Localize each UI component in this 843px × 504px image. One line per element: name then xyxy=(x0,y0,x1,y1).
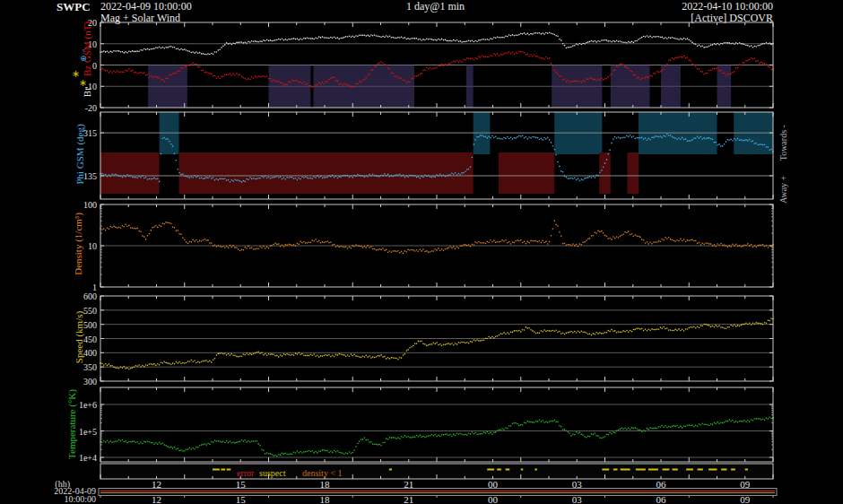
temperature-point xyxy=(214,439,216,441)
density-point xyxy=(286,245,288,247)
speed-point xyxy=(700,325,702,326)
density-point xyxy=(111,227,113,229)
density-point xyxy=(441,248,443,250)
density-point xyxy=(639,237,641,239)
bz-point xyxy=(174,73,176,74)
bz-point xyxy=(597,78,599,80)
speed-point xyxy=(688,327,690,329)
temperature-point xyxy=(222,441,224,443)
phi-point xyxy=(111,174,113,176)
phi-point xyxy=(126,174,128,176)
phi-point xyxy=(433,176,435,178)
density-point xyxy=(476,242,478,244)
density-point xyxy=(203,239,204,241)
bt-point xyxy=(515,34,517,36)
sector-direction-label: Away + Towards - xyxy=(778,125,788,204)
density-point xyxy=(374,248,376,250)
suspect-mark xyxy=(721,469,726,471)
phi-point xyxy=(174,153,176,155)
speed-point xyxy=(184,362,186,364)
density-point xyxy=(157,227,159,229)
temperature-point xyxy=(130,441,132,443)
density-point xyxy=(487,241,489,243)
temperature-point xyxy=(474,433,475,435)
phi-point xyxy=(614,136,616,138)
speed-point xyxy=(161,361,162,363)
bz-point xyxy=(162,79,164,81)
bz-point xyxy=(589,77,591,79)
density-point xyxy=(244,247,246,248)
temperature-point xyxy=(499,429,500,430)
bt-point xyxy=(135,51,137,53)
density-point xyxy=(228,247,230,248)
density-point xyxy=(503,240,505,242)
density-point xyxy=(562,243,564,245)
density-point xyxy=(582,241,584,243)
density-point xyxy=(433,250,435,252)
temperature-point xyxy=(497,430,499,432)
bt-point xyxy=(300,39,301,40)
phi-point xyxy=(218,179,220,181)
speed-point xyxy=(434,343,436,345)
phi-point xyxy=(189,178,191,179)
bt-point xyxy=(512,34,514,36)
speed-point xyxy=(138,364,140,366)
phi-point xyxy=(259,178,261,179)
bt-point xyxy=(769,42,770,44)
temperature-point xyxy=(718,422,720,424)
density-point xyxy=(749,245,751,247)
density-point xyxy=(426,250,428,252)
temperature-point xyxy=(705,424,707,426)
temperature-point xyxy=(476,434,478,436)
bt-point xyxy=(545,32,547,34)
temperature-point xyxy=(219,440,221,442)
density-point xyxy=(649,241,651,243)
phi-point xyxy=(599,172,601,174)
temperature-point xyxy=(332,452,334,454)
temperature-point xyxy=(443,434,445,436)
bz-point xyxy=(754,57,756,59)
bz-point xyxy=(661,70,663,72)
density-point xyxy=(603,232,604,234)
speed-point xyxy=(630,330,631,332)
speed-point xyxy=(762,324,764,326)
bz-point xyxy=(384,64,386,65)
speed-point xyxy=(105,363,107,365)
bt-point xyxy=(338,39,340,40)
temperature-point xyxy=(197,447,199,448)
density-point xyxy=(764,246,766,248)
bz-point xyxy=(569,82,570,83)
bt-point xyxy=(491,39,493,40)
temperature-trace xyxy=(100,416,774,456)
speed-point xyxy=(710,326,712,328)
temperature-point xyxy=(433,435,435,437)
density-point xyxy=(745,245,747,247)
phi-point xyxy=(236,179,238,181)
density-point xyxy=(510,243,512,245)
density-point xyxy=(352,245,353,247)
bt-point xyxy=(256,41,258,43)
bz-point xyxy=(614,69,616,71)
bt-point xyxy=(701,46,703,48)
phi-point xyxy=(257,178,259,179)
density-point xyxy=(680,239,682,240)
bt-point xyxy=(530,33,532,35)
speed-point xyxy=(394,358,395,360)
bz-point xyxy=(416,75,418,77)
bz-point xyxy=(551,63,552,65)
temperature-point xyxy=(584,436,586,438)
temperature-point xyxy=(668,426,670,428)
phi-point xyxy=(293,178,295,179)
density-point xyxy=(113,226,115,228)
temperature-point xyxy=(579,431,581,433)
phi-point xyxy=(520,135,522,137)
speed-point xyxy=(674,330,675,332)
phi-point xyxy=(132,177,134,178)
phi-point xyxy=(607,153,609,155)
bt-point xyxy=(470,40,472,42)
phi-point xyxy=(214,179,216,181)
bz-point xyxy=(515,52,517,54)
bz-point xyxy=(219,78,221,80)
temperature-point xyxy=(639,430,641,431)
speed-point xyxy=(576,332,578,334)
